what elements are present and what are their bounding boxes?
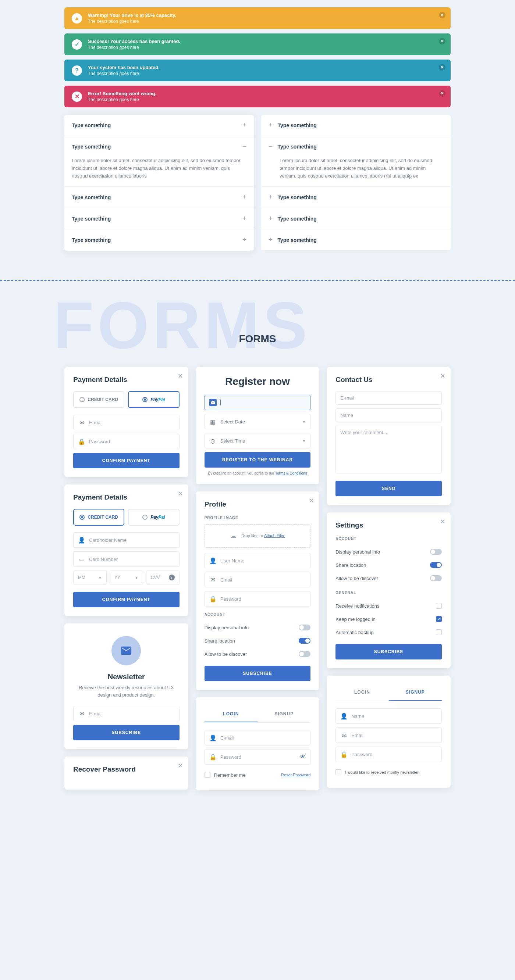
subscribe-button[interactable]: Subscribe — [335, 644, 442, 659]
plus-icon: + — [268, 121, 273, 129]
login-card: LOGIN SIGNUP 👤 🔒 👁 Remember me — [196, 697, 320, 790]
time-select[interactable]: ◷ Select Time ▼ — [204, 433, 311, 449]
paypal-tab[interactable]: PayPal — [128, 391, 179, 408]
cardnumber-field[interactable] — [89, 557, 175, 562]
logged-in-checkbox[interactable]: ✓ — [436, 616, 442, 622]
month-select[interactable]: MM▼ — [73, 571, 107, 584]
accordion-left: Type something + Type something − Lorem … — [64, 115, 254, 251]
accordion-header[interactable]: Type something + — [64, 229, 254, 250]
signup-tab[interactable]: SIGNUP — [257, 706, 311, 722]
newsletter-checkbox[interactable] — [335, 769, 341, 775]
name-input[interactable]: 👤 — [335, 708, 442, 724]
checkbox-label: Keep me logged in — [335, 616, 375, 622]
close-icon[interactable]: ✕ — [439, 12, 445, 18]
attach-files-link[interactable]: Attach Files — [264, 533, 285, 538]
accordion-header[interactable]: − Type something — [261, 136, 451, 157]
password-input[interactable]: 🔒 — [73, 434, 180, 449]
accordion-header[interactable]: Type something − — [64, 136, 254, 157]
minus-icon: − — [268, 143, 273, 150]
accordion-header[interactable]: Type something + — [64, 115, 254, 136]
email-input[interactable] — [204, 395, 311, 410]
remember-checkbox[interactable] — [204, 772, 210, 778]
login-tab[interactable]: LOGIN — [335, 684, 389, 701]
card-title: Contact Us — [335, 375, 442, 384]
email-input[interactable] — [335, 391, 442, 405]
upload-area[interactable]: ☁ Drop files or Attach Files — [204, 524, 311, 548]
register-card: Register now ▦ Select Date ▼ ◷ Select Ti… — [196, 367, 320, 484]
accordion-header[interactable]: + Type something — [261, 208, 451, 229]
cardnumber-input[interactable]: ▭ — [73, 551, 180, 567]
warning-icon: ▲ — [72, 13, 82, 24]
accordion-header[interactable]: Type something + — [64, 208, 254, 229]
paypal-tab[interactable]: PayPal — [128, 509, 179, 526]
email-input[interactable]: 👤 — [204, 730, 311, 746]
email-field[interactable] — [89, 420, 175, 425]
alert-title: Success! Your access has been granted. — [88, 38, 443, 44]
password-input[interactable]: 🔒 — [335, 746, 442, 762]
register-button[interactable]: Register to the webinar — [204, 452, 311, 468]
close-icon[interactable]: ✕ — [440, 517, 445, 526]
backup-checkbox[interactable] — [436, 629, 442, 635]
remember-label: Remember me — [214, 772, 246, 778]
close-icon[interactable]: ✕ — [439, 90, 445, 97]
username-input[interactable]: 👤 — [204, 553, 311, 568]
credit-card-tab[interactable]: CREDIT CARD — [73, 391, 124, 408]
account-label: ACCOUNT — [204, 612, 311, 616]
close-icon[interactable]: ✕ — [439, 64, 445, 71]
accordion-right: + Type something − Type something Lorem … — [261, 115, 451, 251]
close-icon[interactable]: ✕ — [440, 372, 445, 380]
close-icon[interactable]: ✕ — [309, 496, 314, 505]
card-title: Profile — [204, 500, 311, 508]
send-button[interactable]: Send — [335, 481, 442, 496]
accordion-header[interactable]: + Type something — [261, 115, 451, 136]
calendar-icon: ▦ — [209, 418, 217, 425]
credit-card-tab[interactable]: CREDIT CARD — [73, 509, 124, 526]
person-icon: 👤 — [78, 536, 85, 544]
reset-password-link[interactable]: Reset Password — [281, 773, 311, 777]
comment-input[interactable] — [335, 426, 442, 474]
eye-icon[interactable]: 👁 — [300, 754, 306, 760]
toggle-discover[interactable] — [430, 575, 442, 581]
email-field[interactable] — [89, 711, 175, 716]
toggle-personal-info[interactable] — [299, 625, 311, 630]
password-field[interactable] — [89, 439, 175, 444]
email-input[interactable]: ✉ — [73, 706, 180, 721]
accordion-header[interactable]: + Type something — [261, 229, 451, 250]
close-icon[interactable]: ✕ — [178, 762, 183, 770]
cvv-input[interactable]: CVVi — [146, 571, 180, 584]
signup-tab[interactable]: SIGNUP — [389, 684, 442, 701]
close-icon[interactable]: ✕ — [439, 38, 445, 45]
close-icon[interactable]: ✕ — [178, 372, 183, 380]
email-input[interactable]: ✉ — [335, 727, 442, 743]
mail-icon: ✉ — [209, 576, 217, 583]
year-select[interactable]: YY▼ — [110, 571, 143, 584]
cardholder-input[interactable]: 👤 — [73, 532, 180, 548]
cardholder-field[interactable] — [89, 538, 175, 543]
email-input[interactable]: ✉ — [204, 572, 311, 587]
password-input[interactable]: 🔒 — [204, 591, 311, 606]
checkbox-label: Receive notifications — [335, 603, 379, 609]
mail-icon — [209, 399, 217, 406]
toggle-label: Share location — [335, 562, 366, 568]
toggle-share-location[interactable] — [430, 562, 442, 568]
notifications-checkbox[interactable] — [436, 603, 442, 609]
toggle-share-location[interactable] — [299, 638, 311, 644]
login-tab[interactable]: LOGIN — [204, 706, 257, 722]
close-icon[interactable]: ✕ — [178, 490, 183, 498]
terms-link[interactable]: Terms & Conditions — [275, 471, 307, 475]
confirm-payment-button[interactable]: Confirm Payment — [73, 453, 180, 468]
subscribe-button[interactable]: Subscribe — [204, 666, 311, 681]
confirm-payment-button[interactable]: Confirm Payment — [73, 592, 180, 607]
accordion-header[interactable]: + Type something — [261, 187, 451, 208]
radio-checked-icon — [80, 515, 85, 520]
card-title: Payment Details — [73, 375, 180, 384]
subscribe-button[interactable]: Subscribe — [73, 725, 180, 740]
password-input[interactable]: 🔒 👁 — [204, 749, 311, 765]
accordion-header[interactable]: Type something + — [64, 187, 254, 208]
mail-icon: ✉ — [340, 732, 348, 739]
toggle-discover[interactable] — [299, 651, 311, 657]
toggle-personal-info[interactable] — [430, 549, 442, 555]
date-select[interactable]: ▦ Select Date ▼ — [204, 414, 311, 430]
name-input[interactable] — [335, 408, 442, 422]
email-input[interactable]: ✉ — [73, 415, 180, 430]
